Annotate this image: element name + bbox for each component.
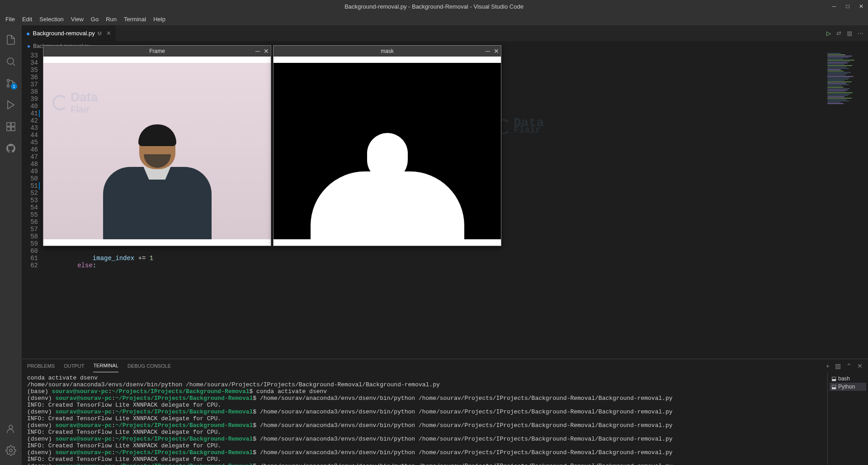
code-line[interactable] bbox=[47, 247, 823, 255]
line-number: 60 bbox=[22, 247, 38, 255]
line-number: 47 bbox=[22, 153, 38, 161]
line-gutter: 3334353637383940414243444546474849505152… bbox=[22, 51, 43, 359]
menu-terminal[interactable]: Terminal bbox=[120, 14, 150, 24]
split-editor-icon[interactable]: ▥ bbox=[847, 30, 852, 37]
compare-changes-icon[interactable]: ⇄ bbox=[836, 30, 841, 37]
menu-go[interactable]: Go bbox=[87, 14, 102, 24]
code-line[interactable]: else: bbox=[47, 262, 823, 269]
line-number: 41 bbox=[22, 110, 40, 117]
frame-close-icon[interactable]: ✕ bbox=[264, 47, 269, 55]
svg-rect-5 bbox=[11, 123, 15, 126]
svg-rect-6 bbox=[7, 127, 10, 131]
terminal-line: INFO: Created TensorFlow Lite XNNPACK de… bbox=[27, 415, 822, 422]
extensions-icon[interactable] bbox=[0, 116, 22, 138]
bottom-panel: PROBLEMS OUTPUT TERMINAL DEBUG CONSOLE +… bbox=[22, 359, 868, 465]
more-actions-icon[interactable]: ⋯ bbox=[858, 30, 863, 37]
line-number: 50 bbox=[22, 175, 38, 182]
terminal-line: (dsenv) sourav@sourav-pc:~/Projects/IPro… bbox=[27, 436, 822, 442]
svg-rect-4 bbox=[7, 123, 10, 126]
mask-bottom-strip bbox=[274, 239, 501, 246]
menu-help[interactable]: Help bbox=[150, 14, 169, 24]
mask-minimize-icon[interactable]: ─ bbox=[486, 47, 490, 55]
mask-window-title: mask bbox=[381, 48, 394, 54]
menu-view[interactable]: View bbox=[67, 14, 87, 24]
line-number: 46 bbox=[22, 146, 38, 153]
line-number: 58 bbox=[22, 233, 38, 240]
menubar: File Edit Selection View Go Run Terminal… bbox=[0, 13, 868, 25]
source-control-icon[interactable]: 1 bbox=[0, 72, 22, 94]
svg-point-2 bbox=[7, 85, 9, 87]
menu-edit[interactable]: Edit bbox=[19, 14, 36, 24]
search-icon[interactable] bbox=[0, 51, 22, 72]
line-number: 43 bbox=[22, 124, 38, 132]
panel-tab-debug[interactable]: DEBUG CONSOLE bbox=[127, 360, 171, 372]
terminal-line: /home/sourav/anaconda3/envs/dsenv/bin/py… bbox=[27, 381, 822, 388]
menu-file[interactable]: File bbox=[2, 14, 19, 24]
accounts-icon[interactable] bbox=[0, 418, 22, 440]
frame-top-strip bbox=[43, 57, 271, 63]
tab-close-icon[interactable]: ✕ bbox=[106, 30, 111, 37]
terminal-line: (dsenv) sourav@sourav-pc:~/Projects/IPro… bbox=[27, 395, 822, 402]
frame-window[interactable]: Frame ─ ✕ DataFlair bbox=[43, 45, 271, 246]
frame-titlebar[interactable]: Frame ─ ✕ bbox=[43, 46, 271, 57]
line-number: 55 bbox=[22, 211, 38, 218]
frame-minimize-icon[interactable]: ─ bbox=[255, 47, 260, 55]
minimap[interactable] bbox=[823, 51, 868, 359]
panel-tab-problems[interactable]: PROBLEMS bbox=[27, 360, 55, 372]
editor-tab[interactable]: ● Background-removal.py M ✕ bbox=[22, 25, 116, 41]
svg-point-1 bbox=[7, 80, 9, 82]
terminal-output[interactable]: conda activate dsenv/home/sourav/anacond… bbox=[22, 373, 827, 465]
menu-run[interactable]: Run bbox=[102, 14, 120, 24]
terminal-line: (dsenv) sourav@sourav-pc:~/Projects/IPro… bbox=[27, 422, 822, 429]
github-icon[interactable] bbox=[0, 138, 22, 159]
mask-close-icon[interactable]: ✕ bbox=[494, 47, 499, 55]
minimize-button[interactable]: ─ bbox=[827, 0, 841, 13]
line-number: 38 bbox=[22, 88, 38, 95]
close-button[interactable]: ✕ bbox=[854, 0, 868, 13]
watermark: DataFlair bbox=[52, 90, 98, 115]
run-debug-icon[interactable] bbox=[0, 94, 22, 116]
close-panel-icon[interactable]: ✕ bbox=[857, 362, 863, 370]
terminal-line: (dsenv) sourav@sourav-pc:~/Projects/IPro… bbox=[27, 408, 822, 415]
mask-image bbox=[274, 63, 501, 239]
frame-window-title: Frame bbox=[149, 48, 165, 54]
tab-bar: ● Background-removal.py M ✕ ▷ ⇄ ▥ ⋯ bbox=[22, 25, 868, 41]
tab-modified-indicator: M bbox=[98, 31, 102, 36]
mask-titlebar[interactable]: mask ─ ✕ bbox=[274, 46, 501, 57]
terminal-line: (dsenv) sourav@sourav-pc:~/Projects/IPro… bbox=[27, 449, 822, 456]
mask-top-strip bbox=[274, 57, 501, 63]
panel-tab-output[interactable]: OUTPUT bbox=[64, 360, 84, 372]
terminal-icon: ⬓ bbox=[831, 375, 836, 382]
line-number: 37 bbox=[22, 81, 38, 88]
terminal-line: INFO: Created TensorFlow Lite XNNPACK de… bbox=[27, 456, 822, 463]
new-terminal-icon[interactable]: + bbox=[826, 362, 830, 370]
line-number: 39 bbox=[22, 95, 38, 103]
terminal-item-python[interactable]: ⬓Python bbox=[830, 383, 866, 391]
line-number: 56 bbox=[22, 218, 38, 226]
settings-icon[interactable] bbox=[0, 440, 22, 461]
panel-tabs: PROBLEMS OUTPUT TERMINAL DEBUG CONSOLE +… bbox=[22, 359, 868, 373]
line-number: 49 bbox=[22, 168, 38, 175]
line-number: 53 bbox=[22, 197, 38, 204]
maximize-panel-icon[interactable]: ⌃ bbox=[846, 362, 852, 370]
modified-dot-icon: ● bbox=[26, 30, 30, 37]
maximize-button[interactable]: □ bbox=[841, 0, 854, 13]
code-line[interactable]: image_index += 1 bbox=[47, 255, 823, 262]
svg-point-9 bbox=[9, 449, 12, 452]
terminal-item-bash[interactable]: ⬓bash bbox=[830, 375, 866, 383]
line-number: 61 bbox=[22, 255, 38, 262]
terminal-list: ⬓bash ⬓Python bbox=[827, 373, 868, 465]
line-number: 52 bbox=[22, 190, 38, 197]
explorer-icon[interactable] bbox=[0, 29, 22, 51]
line-number: 57 bbox=[22, 226, 38, 233]
svg-point-8 bbox=[9, 425, 13, 429]
frame-image: DataFlair bbox=[43, 63, 271, 239]
split-terminal-icon[interactable]: ▥ bbox=[835, 362, 841, 370]
panel-tab-terminal[interactable]: TERMINAL bbox=[93, 359, 118, 372]
menu-selection[interactable]: Selection bbox=[36, 14, 67, 24]
line-number: 59 bbox=[22, 240, 38, 247]
run-icon[interactable]: ▷ bbox=[826, 30, 831, 37]
mask-window[interactable]: mask ─ ✕ bbox=[273, 45, 501, 246]
titlebar[interactable]: Background-removal.py - Background-Remov… bbox=[0, 0, 868, 13]
scm-badge: 1 bbox=[11, 83, 17, 90]
